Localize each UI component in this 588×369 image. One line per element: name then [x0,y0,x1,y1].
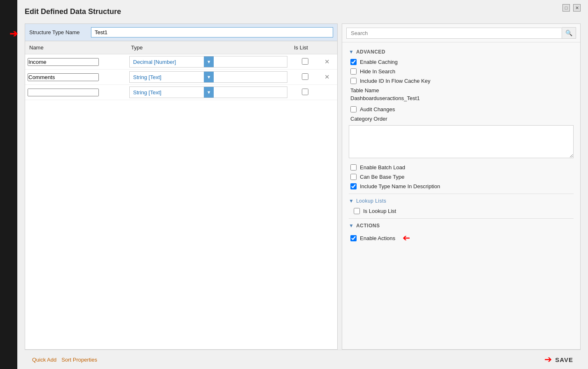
name-input[interactable] [28,89,99,96]
lookup-lists-chevron[interactable]: ▼ [349,198,354,204]
enable-actions-row: Enable Actions ➔ [349,233,574,243]
advanced-title: ADVANCED [356,49,385,55]
col-header-del [320,41,337,54]
table-name-label: Table Name [349,87,574,93]
structure-type-name-row: Structure Type Name [25,24,337,41]
delete-cell [320,85,337,100]
right-panel: 🔍 ▼ ADVANCED Enable Caching Hide In Sear [342,23,581,350]
delete-cell: ✕ [320,54,337,70]
type-dropdown-btn[interactable]: ▼ [204,72,214,82]
lookup-lists-section-header: ▼ Lookup Lists [349,198,574,204]
fields-table-container: Name Type Is List [25,41,337,349]
structure-type-name-label: Structure Type Name [29,29,91,35]
type-select-wrapper: String [Text] ▼ [129,86,287,98]
enable-batch-load-checkbox[interactable] [350,164,357,170]
search-button[interactable]: 🔍 [562,27,576,39]
main-content: □ ✕ Edit Defined Data Structure ➔ Struct… [17,0,588,369]
page-title: Edit Defined Data Structure [25,7,581,16]
delete-row-button[interactable]: ✕ [323,58,331,65]
arrow-enable-actions: ➔ [403,233,410,243]
table-row: String [Text] ▼ ✕ [25,70,337,85]
is-lookup-list-checkbox[interactable] [354,208,360,214]
bottom-links: Quick Add Sort Properties [32,357,97,363]
actions-section-header: ▼ ACTIONS [349,223,574,229]
islist-checkbox[interactable] [302,58,308,65]
enable-caching-label: Enable Caching [360,59,398,65]
include-id-checkbox[interactable] [350,78,357,84]
is-lookup-list-row: Is Lookup List [352,208,574,214]
islist-cell [290,85,320,100]
type-text: String [Text] [130,73,204,82]
enable-batch-load-label: Enable Batch Load [360,164,405,170]
islist-checkbox[interactable] [302,73,308,80]
audit-changes-label: Audit Changes [360,106,395,112]
search-input[interactable] [346,28,562,39]
left-panel: ➔ Structure Type Name Name Type Is List [25,23,338,350]
window-controls: □ ✕ [562,4,581,12]
hide-in-search-checkbox[interactable] [350,68,357,75]
close-button[interactable]: ✕ [573,4,581,12]
col-header-name: Name [25,41,127,54]
can-be-base-type-row: Can Be Base Type [349,174,574,180]
type-select-wrapper: Decimal [Number] ▼ [129,56,287,68]
audit-changes-checkbox[interactable] [350,106,357,112]
name-input[interactable] [28,73,99,81]
delete-cell: ✕ [320,70,337,85]
table-row: String [Text] ▼ [25,85,337,100]
col-header-type: Type [127,41,290,54]
type-select-wrapper: String [Text] ▼ [129,71,287,83]
minimize-button[interactable]: □ [562,4,570,12]
type-cell: String [Text] ▼ [127,70,290,85]
lookup-lists-title: Lookup Lists [356,198,386,204]
sort-properties-link[interactable]: Sort Properties [61,357,97,363]
enable-caching-row: Enable Caching [349,59,574,65]
save-button[interactable]: SAVE [555,356,573,363]
name-cell [25,54,127,70]
include-type-name-checkbox[interactable] [350,183,357,189]
enable-actions-checkbox[interactable] [350,235,357,241]
right-panel-content: ▼ ADVANCED Enable Caching Hide In Search… [342,42,580,349]
type-dropdown-btn[interactable]: ▼ [204,87,214,98]
table-name-value: Dashboarduseractions_Test1 [349,95,574,101]
category-order-textarea[interactable] [349,125,574,158]
fields-table: Name Type Is List [25,41,337,100]
delete-row-button[interactable]: ✕ [323,73,331,81]
quick-add-link[interactable]: Quick Add [32,357,56,363]
bottom-bar: Quick Add Sort Properties ➔ SAVE [25,350,581,369]
search-bar: 🔍 [342,24,580,42]
sidebar [0,0,17,369]
panels: ➔ Structure Type Name Name Type Is List [25,23,581,350]
include-id-row: Include ID In Flow Cache Key [349,78,574,84]
category-order-label: Category Order [349,116,574,122]
type-text: Decimal [Number] [130,58,204,66]
islist-cell [290,70,320,85]
arrow-structure-type: ➔ [9,28,18,40]
type-cell: Decimal [Number] ▼ [127,54,290,70]
name-input[interactable] [28,58,99,66]
include-type-name-label: Include Type Name In Description [360,183,440,189]
advanced-section-header: ▼ ADVANCED [349,49,574,55]
name-cell [25,70,127,85]
include-type-name-row: Include Type Name In Description [349,183,574,189]
is-lookup-list-label: Is Lookup List [363,208,396,214]
can-be-base-type-label: Can Be Base Type [360,174,404,180]
actions-chevron[interactable]: ▼ [349,223,354,229]
audit-changes-row: Audit Changes [349,106,574,112]
can-be-base-type-checkbox[interactable] [350,174,357,180]
hide-in-search-label: Hide In Search [360,68,395,75]
structure-type-name-input[interactable] [91,27,333,37]
advanced-chevron[interactable]: ▼ [349,49,354,55]
divider-2 [349,218,574,219]
divider-1 [349,194,574,194]
enable-caching-checkbox[interactable] [350,59,357,65]
table-row: Decimal [Number] ▼ ✕ [25,54,337,70]
lookup-lists-content: Is Lookup List [352,208,574,214]
type-dropdown-btn[interactable]: ▼ [204,56,214,67]
islist-checkbox[interactable] [302,89,308,95]
type-text: String [Text] [130,88,204,97]
col-header-islist: Is List [290,41,320,54]
include-id-label: Include ID In Flow Cache Key [360,78,430,84]
islist-cell [290,54,320,70]
hide-in-search-row: Hide In Search [349,68,574,75]
actions-title: ACTIONS [356,223,380,229]
